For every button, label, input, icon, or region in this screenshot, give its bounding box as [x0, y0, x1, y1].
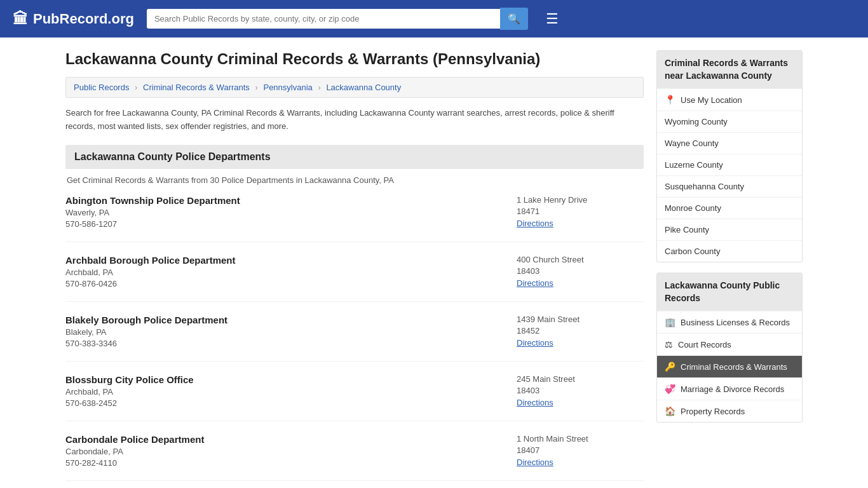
sidebar-item-court[interactable]: ⚖ Court Records [657, 333, 802, 355]
sidebar: Criminal Records & Warrants near Lackawa… [656, 50, 803, 488]
directions-link[interactable]: Directions [517, 338, 553, 348]
sidebar-item-wayne[interactable]: Wayne County [657, 132, 802, 154]
dept-zip: 18471 [517, 207, 644, 216]
sidebar-item-criminal[interactable]: 🔑 Criminal Records & Warrants [657, 355, 802, 377]
nearby-box: Criminal Records & Warrants near Lackawa… [656, 50, 803, 262]
sidebar-item-marriage[interactable]: 💞 Marriage & Divorce Records [657, 377, 802, 400]
dept-phone: 570-586-1207 [65, 219, 504, 229]
public-records-title: Lackawanna County Public Records [657, 273, 802, 311]
public-records-box: Lackawanna County Public Records 🏢 Busin… [656, 273, 803, 423]
logo-icon: 🏛 [13, 10, 28, 28]
sidebar-item-label: Business Licenses & Records [681, 318, 794, 327]
dept-entry: Blossburg City Police Office Archbald, P… [65, 374, 644, 421]
dept-address: 1 Lake Henry Drive [517, 195, 644, 205]
dept-city: Archbald, PA [65, 387, 504, 396]
dept-zip: 18403 [517, 386, 644, 395]
use-my-location[interactable]: 📍 Use My Location [657, 88, 802, 111]
sidebar-item-business[interactable]: 🏢 Business Licenses & Records [657, 311, 802, 333]
nearby-title: Criminal Records & Warrants near Lackawa… [657, 51, 802, 88]
dept-directions: Directions [517, 337, 644, 348]
breadcrumb-criminal-records[interactable]: Criminal Records & Warrants [143, 83, 250, 92]
sidebar-item-label: Susquehanna County [665, 182, 794, 191]
sidebar-item-label: Monroe County [665, 203, 794, 213]
dept-entry: Archbald Borough Police Department Archb… [65, 255, 644, 302]
dept-left: Blakely Borough Police Department Blakel… [65, 315, 504, 348]
marriage-icon: 💞 [665, 384, 675, 394]
property-icon: 🏠 [665, 406, 675, 416]
sidebar-item-label: Criminal Records & Warrants [681, 362, 794, 372]
dept-city: Waverly, PA [65, 208, 504, 217]
logo[interactable]: 🏛 PubRecord.org [13, 10, 134, 28]
location-label: Use My Location [681, 95, 794, 105]
dept-zip: 18452 [517, 326, 644, 336]
search-icon: 🔍 [508, 13, 520, 24]
dept-right: 400 Church Street 18403 Directions [517, 255, 644, 288]
dept-name: Abington Township Police Department [65, 195, 504, 206]
breadcrumb: Public Records › Criminal Records & Warr… [65, 77, 644, 98]
dept-address: 245 Main Street [517, 374, 644, 384]
section-sub: Get Criminal Records & Warrants from 30 … [65, 175, 644, 185]
dept-zip: 18403 [517, 266, 644, 276]
logo-text: PubRecord.org [33, 11, 134, 27]
dept-left: Abington Township Police Department Wave… [65, 195, 504, 229]
dept-right: 245 Main Street 18403 Directions [517, 374, 644, 408]
sidebar-item-susquehanna[interactable]: Susquehanna County [657, 175, 802, 197]
dept-phone: 570-638-2452 [65, 398, 504, 408]
breadcrumb-public-records[interactable]: Public Records [74, 83, 129, 92]
sidebar-item-label: Wayne County [665, 139, 794, 148]
dept-left: Archbald Borough Police Department Archb… [65, 255, 504, 288]
court-icon: ⚖ [665, 339, 673, 349]
directions-link[interactable]: Directions [517, 398, 553, 407]
dept-name: Blakely Borough Police Department [65, 315, 504, 325]
sidebar-item-carbon[interactable]: Carbon County [657, 240, 802, 262]
sidebar-item-monroe[interactable]: Monroe County [657, 197, 802, 219]
page-description: Search for free Lackawanna County, PA Cr… [65, 107, 644, 133]
dept-entry: Abington Township Police Department Wave… [65, 195, 644, 242]
dept-address: 400 Church Street [517, 255, 644, 264]
dept-address: 1 North Main Street [517, 434, 644, 444]
dept-directions: Directions [517, 457, 644, 467]
dept-entry: Carbondale Police Department Carbondale,… [65, 434, 644, 481]
dept-city: Carbondale, PA [65, 447, 504, 456]
sidebar-item-pike[interactable]: Pike County [657, 219, 802, 240]
search-area: 🔍 [147, 8, 528, 30]
dept-directions: Directions [517, 218, 644, 228]
dept-left: Blossburg City Police Office Archbald, P… [65, 374, 504, 408]
directions-link[interactable]: Directions [517, 278, 553, 288]
sidebar-item-luzerne[interactable]: Luzerne County [657, 154, 802, 175]
sidebar-item-wyoming[interactable]: Wyoming County [657, 111, 802, 132]
dept-city: Archbald, PA [65, 268, 504, 277]
section-header: Lackawanna County Police Departments [65, 145, 644, 169]
business-icon: 🏢 [665, 317, 675, 327]
page-title: Lackawanna County Criminal Records & War… [65, 50, 644, 68]
dept-phone: 570-282-4110 [65, 458, 504, 468]
sidebar-item-label: Luzerne County [665, 160, 794, 170]
search-input[interactable] [147, 9, 500, 29]
dept-left: Carbondale Police Department Carbondale,… [65, 434, 504, 468]
sidebar-item-label: Property Records [681, 407, 794, 416]
search-button[interactable]: 🔍 [500, 8, 528, 30]
dept-entry: Blakely Borough Police Department Blakel… [65, 315, 644, 362]
dept-name: Blossburg City Police Office [65, 374, 504, 385]
breadcrumb-pennsylvania[interactable]: Pennsylvania [263, 83, 312, 92]
dept-right: 1 Lake Henry Drive 18471 Directions [517, 195, 644, 229]
criminal-icon: 🔑 [665, 362, 675, 372]
dept-right: 1439 Main Street 18452 Directions [517, 315, 644, 348]
dept-address: 1439 Main Street [517, 315, 644, 324]
sidebar-item-label: Carbon County [665, 247, 794, 256]
dept-directions: Directions [517, 278, 644, 288]
menu-icon[interactable]: ☰ [546, 11, 559, 27]
dept-right: 1 North Main Street 18407 Directions [517, 434, 644, 468]
dept-phone: 570-876-0426 [65, 279, 504, 288]
dept-name: Carbondale Police Department [65, 434, 504, 445]
sidebar-item-property[interactable]: 🏠 Property Records [657, 400, 802, 422]
dept-name: Archbald Borough Police Department [65, 255, 504, 266]
sidebar-item-label: Wyoming County [665, 117, 794, 126]
breadcrumb-lackawanna[interactable]: Lackawanna County [326, 83, 401, 92]
sidebar-item-label: Pike County [665, 225, 794, 234]
dept-directions: Directions [517, 397, 644, 407]
site-header: 🏛 PubRecord.org 🔍 ☰ [0, 0, 868, 37]
directions-link[interactable]: Directions [517, 219, 553, 228]
directions-link[interactable]: Directions [517, 458, 553, 467]
sidebar-item-label: Court Records [678, 340, 794, 349]
